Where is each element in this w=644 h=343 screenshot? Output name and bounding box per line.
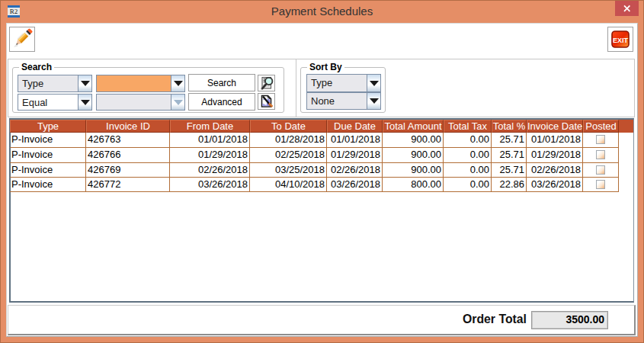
svg-text:EXIT: EXIT [613, 37, 629, 44]
